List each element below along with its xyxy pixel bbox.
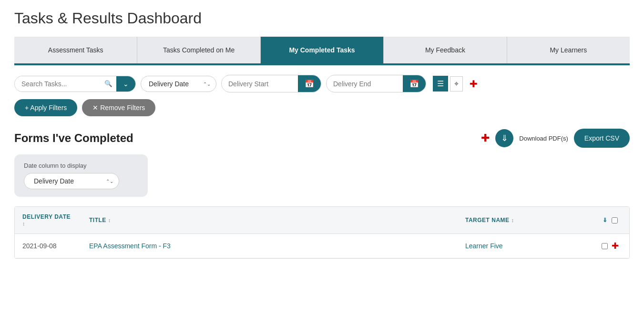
row-checkbox[interactable] — [602, 243, 608, 249]
delivery-start-calendar-button[interactable]: 📅 — [298, 75, 321, 92]
tab-my-feedback[interactable]: My Feedback — [384, 37, 507, 63]
tab-my-completed-tasks[interactable]: My Completed Tasks — [261, 37, 384, 63]
select-all-checkbox[interactable] — [612, 217, 618, 223]
page-title: Tasks & Results Dashboard — [14, 10, 630, 27]
table-row: 2021-09-08 EPA Assessment Form - F3 Lear… — [15, 234, 629, 258]
search-dropdown-button[interactable]: ⌄ — [116, 76, 135, 91]
sort-icon-delivery-date: ↕ — [22, 221, 25, 226]
section-actions: ✚ ⇓ Download PDF(s) Export CSV — [481, 129, 630, 148]
tab-my-learners[interactable]: My Learners — [507, 37, 630, 63]
search-group: 🔍 ⌄ — [14, 76, 136, 92]
delivery-date-filter-wrapper: Delivery Date Completion Date Created Da… — [141, 76, 216, 92]
delivery-start-input[interactable] — [222, 76, 298, 91]
section-header: Forms I've Completed ✚ ⇓ Download PDF(s)… — [14, 129, 630, 148]
tab-assessment-tasks[interactable]: Assessment Tasks — [14, 37, 137, 63]
cell-delivery-date: 2021-09-08 — [15, 234, 82, 258]
th-target-name[interactable]: TARGET NAME ↕ — [458, 207, 591, 234]
row-add-button[interactable]: ✚ — [612, 241, 619, 251]
action-row: + Apply Filters ✕ Remove Filters — [14, 99, 630, 116]
delivery-date-select[interactable]: Delivery Date Completion Date Created Da… — [141, 76, 216, 92]
th-delivery-date[interactable]: DELIVERY DATE ↕ — [15, 207, 82, 234]
th-actions: ⇓ — [591, 207, 629, 234]
results-table-wrapper: DELIVERY DATE ↕ TITLE ↕ TARGET NAME ↕ ⇓ — [14, 206, 630, 259]
delivery-end-group: 📅 — [326, 75, 426, 92]
download-all-icon: ⇓ — [603, 217, 608, 223]
date-card-select-wrapper: Delivery Date Completion Date Created Da… — [24, 173, 119, 189]
cell-target-name[interactable]: Learner Five — [458, 234, 591, 258]
th-title[interactable]: TITLE ↕ — [82, 207, 458, 234]
delivery-end-calendar-button[interactable]: 📅 — [403, 75, 426, 92]
add-column-button[interactable]: ✚ — [470, 78, 478, 90]
list-view-button[interactable]: ☰ — [433, 76, 448, 91]
table-header-row: DELIVERY DATE ↕ TITLE ↕ TARGET NAME ↕ ⇓ — [15, 207, 629, 234]
delivery-start-group: 📅 — [221, 75, 321, 92]
results-table: DELIVERY DATE ↕ TITLE ↕ TARGET NAME ↕ ⇓ — [15, 207, 629, 258]
cell-title[interactable]: EPA Assessment Form - F3 — [82, 234, 458, 258]
cell-actions: ✚ — [591, 234, 629, 258]
export-csv-button[interactable]: Export CSV — [574, 129, 630, 148]
filter-row: 🔍 ⌄ Delivery Date Completion Date Create… — [14, 75, 630, 92]
date-display-card: Date column to display Delivery Date Com… — [14, 154, 148, 197]
search-input[interactable] — [15, 76, 101, 91]
delivery-end-input[interactable] — [327, 76, 403, 91]
sort-icon-title: ↕ — [108, 217, 111, 223]
download-pdf-button[interactable]: ⇓ — [495, 129, 513, 147]
grid-view-button[interactable]: ⌖ — [450, 76, 463, 91]
date-card-label: Date column to display — [24, 162, 138, 169]
sort-icon-target: ↕ — [511, 217, 514, 223]
search-icon-button[interactable]: 🔍 — [101, 77, 116, 90]
tab-tasks-completed-on-me[interactable]: Tasks Completed on Me — [137, 37, 260, 63]
tabs-nav: Assessment Tasks Tasks Completed on Me M… — [14, 37, 630, 65]
download-icon: ⇓ — [501, 133, 508, 143]
section-add-button[interactable]: ✚ — [481, 132, 490, 144]
section-title: Forms I've Completed — [14, 132, 133, 145]
apply-filters-button[interactable]: + Apply Filters — [14, 99, 77, 116]
view-toggle: ☰ ⌖ — [433, 76, 463, 91]
download-label: Download PDF(s) — [519, 135, 568, 142]
chevron-down-icon: ⌄ — [123, 80, 129, 88]
remove-filters-button[interactable]: ✕ Remove Filters — [82, 99, 155, 116]
date-card-select[interactable]: Delivery Date Completion Date Created Da… — [24, 173, 119, 189]
